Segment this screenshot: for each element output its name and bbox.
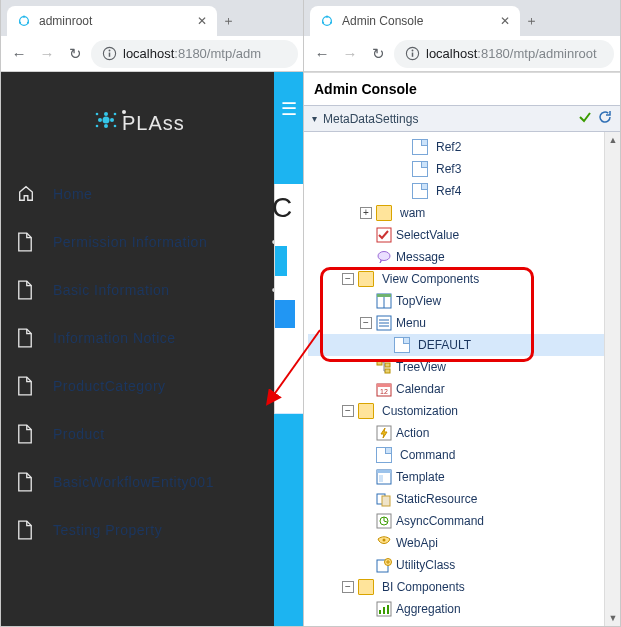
- tree-node-calendar[interactable]: 12Calendar: [308, 378, 620, 400]
- tree-node-label: SelectValue: [396, 228, 459, 242]
- tree-node-wam[interactable]: +wam: [308, 202, 620, 224]
- reload-button[interactable]: ↻: [366, 42, 390, 66]
- tree-node-label: Menu: [396, 316, 426, 330]
- svg-rect-34: [377, 360, 382, 365]
- close-tab-icon[interactable]: ✕: [500, 14, 510, 28]
- address-bar[interactable]: localhost:8180/mtp/adm: [91, 40, 298, 68]
- treeview-icon: [376, 359, 392, 375]
- metadata-tree: Ref2Ref3Ref4+wamSelectValueMessage−View …: [308, 136, 620, 620]
- scrollbar[interactable]: ▲ ▼: [604, 132, 620, 626]
- tree-node-label: Action: [396, 426, 429, 440]
- tree-node-webapi[interactable]: WebApi: [308, 532, 620, 554]
- sidebar-item-information-notice[interactable]: Information Notice: [1, 314, 304, 362]
- tab-title: adminroot: [39, 14, 189, 28]
- tree-node-staticresource[interactable]: StaticResource: [308, 488, 620, 510]
- site-info-icon[interactable]: [404, 46, 420, 62]
- new-tab-button[interactable]: ＋: [217, 12, 239, 30]
- toolbar: ← → ↻ localhost:8180/mtp/adminroot: [304, 36, 620, 72]
- tree-node-label: View Components: [382, 272, 479, 286]
- topview-icon: [376, 293, 392, 309]
- svg-point-24: [411, 50, 413, 52]
- viewport-right: Admin Console ▾ MetaDataSettings Ref2Ref…: [304, 72, 620, 626]
- new-tab-button[interactable]: ＋: [520, 12, 542, 30]
- async-command-icon: [376, 513, 392, 529]
- tree-node-topview[interactable]: TopView: [308, 290, 620, 312]
- panel-section-header[interactable]: ▾ MetaDataSettings: [304, 106, 620, 132]
- hamburger-icon[interactable]: ☰: [281, 98, 297, 120]
- collapse-icon[interactable]: −: [342, 581, 354, 593]
- sidebar-item-home[interactable]: Home: [1, 170, 304, 218]
- collapse-icon[interactable]: −: [360, 317, 372, 329]
- static-resource-icon: [376, 491, 392, 507]
- address-bar[interactable]: localhost:8180/mtp/adminroot: [394, 40, 614, 68]
- tree-node-aggregation[interactable]: Aggregation: [308, 598, 620, 620]
- document-icon: [17, 328, 35, 348]
- scroll-up-icon[interactable]: ▲: [605, 132, 620, 148]
- close-tab-icon[interactable]: ✕: [197, 14, 207, 28]
- tree-node-ref2[interactable]: Ref2: [308, 136, 620, 158]
- document-icon: [17, 520, 35, 540]
- tree-node-view-components[interactable]: −View Components: [308, 268, 620, 290]
- tree-node-label: Customization: [382, 404, 458, 418]
- sidebar-item-permission-information[interactable]: Permission Information•••: [1, 218, 304, 266]
- tree-node-label: Aggregation: [396, 602, 461, 616]
- tree-node-selectvalue[interactable]: SelectValue: [308, 224, 620, 246]
- browser-tab[interactable]: Admin Console ✕: [310, 6, 520, 36]
- reload-button[interactable]: ↻: [63, 42, 87, 66]
- collapse-icon[interactable]: −: [342, 405, 354, 417]
- sidebar-item-product[interactable]: Product: [1, 410, 304, 458]
- tree-node-asynccommand[interactable]: AsyncCommand: [308, 510, 620, 532]
- browser-tab[interactable]: adminroot ✕: [7, 6, 217, 36]
- svg-rect-5: [108, 53, 110, 57]
- sidebar-item-testing-property[interactable]: Testing Property: [1, 506, 304, 554]
- tree-node-message[interactable]: Message: [308, 246, 620, 268]
- back-button[interactable]: ←: [310, 42, 334, 66]
- tree-node-command[interactable]: Command: [308, 444, 620, 466]
- action-icon: [376, 425, 392, 441]
- collapse-icon[interactable]: −: [342, 273, 354, 285]
- tree-node-bi-components[interactable]: −BI Components: [308, 576, 620, 598]
- folder-icon: [358, 579, 374, 595]
- svg-rect-35: [385, 363, 390, 367]
- forward-button[interactable]: →: [35, 42, 59, 66]
- tree-node-customization[interactable]: −Customization: [308, 400, 620, 422]
- expand-icon[interactable]: +: [360, 207, 372, 219]
- heading-fragment: C: [272, 192, 292, 224]
- check-icon[interactable]: [578, 110, 592, 127]
- address-host: localhost: [123, 46, 174, 61]
- tab-bar: adminroot ✕ ＋: [1, 0, 304, 36]
- back-button[interactable]: ←: [7, 42, 31, 66]
- refresh-icon[interactable]: [598, 110, 612, 127]
- tree-node-treeview[interactable]: TreeView: [308, 356, 620, 378]
- document-icon: [17, 472, 35, 492]
- folder-icon: [376, 205, 392, 221]
- select-value-icon: [376, 227, 392, 243]
- forward-button[interactable]: →: [338, 42, 362, 66]
- chevron-down-icon: ▾: [312, 113, 317, 124]
- svg-point-14: [95, 125, 98, 128]
- tree-node-menu[interactable]: −Menu: [308, 312, 620, 334]
- tree-node-default[interactable]: DEFAULT: [308, 334, 620, 356]
- message-icon: [376, 249, 392, 265]
- address-path: /mtp/adm: [207, 46, 261, 61]
- browser-window-right: Admin Console ✕ ＋ ← → ↻ localhost:8180/m…: [303, 0, 621, 627]
- tree-node-utilityclass[interactable]: UtilityClass: [308, 554, 620, 576]
- home-icon: [17, 184, 35, 204]
- tree-node-ref4[interactable]: Ref4: [308, 180, 620, 202]
- tree-node-action[interactable]: Action: [308, 422, 620, 444]
- svg-point-15: [113, 125, 116, 128]
- tree-node-label: TreeView: [396, 360, 446, 374]
- primary-button-fragment[interactable]: [275, 300, 295, 328]
- sidebar-item-basicworkflowentity001[interactable]: BasicWorkflowEntity001: [1, 458, 304, 506]
- page-icon: [376, 447, 392, 463]
- sidebar-item-basic-information[interactable]: Basic Information•••: [1, 266, 304, 314]
- svg-point-3: [27, 22, 29, 24]
- site-info-icon[interactable]: [101, 46, 117, 62]
- tree-node-ref3[interactable]: Ref3: [308, 158, 620, 180]
- tree-node-label: BI Components: [382, 580, 465, 594]
- sidebar-item-label: ProductCategory: [53, 377, 288, 395]
- aggregation-icon: [376, 601, 392, 617]
- tree-node-template[interactable]: Template: [308, 466, 620, 488]
- sidebar-item-productcategory[interactable]: ProductCategory: [1, 362, 304, 410]
- scroll-down-icon[interactable]: ▼: [605, 610, 620, 626]
